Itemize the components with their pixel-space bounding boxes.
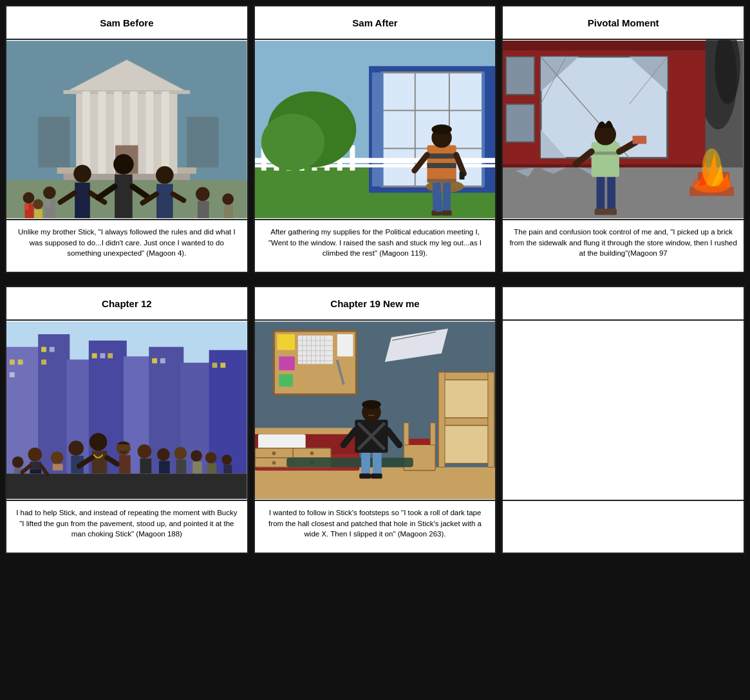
caption-sam-after: After gathering my supplies for the Poli… <box>255 220 496 272</box>
svg-rect-157 <box>140 459 151 474</box>
svg-pivotal <box>503 40 744 219</box>
svg-rect-185 <box>277 334 295 350</box>
svg-rect-204 <box>438 380 494 418</box>
svg-rect-159 <box>159 461 170 474</box>
svg-rect-126 <box>10 372 15 377</box>
svg-rect-64 <box>443 180 451 212</box>
svg-rect-133 <box>152 358 157 363</box>
svg-point-166 <box>221 455 232 465</box>
svg-rect-206 <box>438 426 494 464</box>
caption-pivotal: The pain and confusion took control of m… <box>503 220 744 272</box>
svg-rect-205 <box>438 418 494 426</box>
svg-rect-129 <box>41 359 46 364</box>
svg-rect-7 <box>82 91 90 174</box>
svg-point-61 <box>261 113 324 171</box>
svg-rect-210 <box>406 439 433 445</box>
svg-rect-107 <box>595 209 606 215</box>
svg-point-74 <box>431 124 451 135</box>
svg-rect-12 <box>162 91 169 174</box>
svg-point-156 <box>138 444 152 459</box>
svg-rect-146 <box>53 464 63 471</box>
svg-rect-8 <box>98 91 106 174</box>
svg-point-140 <box>28 448 42 462</box>
svg-point-22 <box>73 165 91 183</box>
svg-rect-109 <box>592 142 619 177</box>
cell-sam-before: Sam Before <box>5 5 248 273</box>
svg-point-104 <box>702 148 721 186</box>
svg-rect-27 <box>115 175 133 218</box>
svg-point-150 <box>89 433 108 451</box>
main-grid: Sam Before <box>5 5 745 554</box>
svg-rect-18 <box>25 203 29 210</box>
svg-point-158 <box>157 448 170 461</box>
svg-chapter19 <box>255 321 496 500</box>
svg-point-19 <box>43 186 56 199</box>
svg-rect-113 <box>633 136 647 144</box>
svg-rect-90 <box>506 57 534 95</box>
cell-empty <box>502 286 745 554</box>
svg-rect-108 <box>606 209 617 215</box>
svg-rect-131 <box>100 354 106 359</box>
svg-rect-188 <box>337 334 353 356</box>
svg-sam-after <box>255 40 496 219</box>
svg-point-160 <box>174 447 187 460</box>
image-chapter19 <box>255 321 496 501</box>
svg-point-30 <box>156 166 174 184</box>
svg-rect-105 <box>597 174 605 212</box>
svg-point-162 <box>191 450 202 462</box>
svg-rect-211 <box>404 423 409 445</box>
header-sam-before: Sam Before <box>6 6 247 40</box>
svg-rect-68 <box>427 153 456 158</box>
svg-rect-136 <box>220 363 225 368</box>
svg-rect-21 <box>46 199 50 207</box>
svg-point-16 <box>23 192 35 203</box>
svg-rect-39 <box>34 209 42 218</box>
image-empty <box>503 321 744 501</box>
svg-rect-130 <box>92 354 97 359</box>
image-pivotal <box>503 40 744 220</box>
svg-sam-before <box>6 40 247 219</box>
svg-rect-161 <box>176 460 187 474</box>
svg-rect-165 <box>207 464 217 474</box>
svg-rect-106 <box>608 174 616 212</box>
svg-rect-215 <box>373 451 382 475</box>
svg-point-145 <box>51 451 64 464</box>
svg-rect-173 <box>298 336 333 364</box>
cell-chapter19: Chapter 19 New me <box>254 286 497 554</box>
svg-rect-128 <box>50 347 55 352</box>
svg-point-147 <box>68 440 84 456</box>
svg-rect-203 <box>438 372 494 380</box>
svg-point-34 <box>196 187 210 201</box>
svg-rect-216 <box>359 473 371 478</box>
svg-chapter12 <box>6 321 247 500</box>
image-chapter12 <box>6 321 247 501</box>
svg-rect-75 <box>427 179 456 183</box>
svg-rect-134 <box>160 358 165 363</box>
svg-point-199 <box>272 451 276 455</box>
svg-rect-66 <box>442 211 452 216</box>
header-pivotal: Pivotal Moment <box>503 6 744 40</box>
svg-rect-49 <box>482 72 485 186</box>
svg-rect-132 <box>108 354 113 359</box>
svg-point-138 <box>12 457 24 468</box>
svg-rect-69 <box>427 163 456 168</box>
svg-rect-72 <box>459 172 464 180</box>
svg-rect-31 <box>156 184 173 218</box>
svg-rect-81 <box>503 41 706 50</box>
svg-rect-91 <box>506 104 534 142</box>
svg-rect-155 <box>119 455 131 474</box>
image-sam-after <box>255 40 496 220</box>
svg-rect-163 <box>192 462 202 474</box>
cell-pivotal: Pivotal Moment <box>502 5 745 273</box>
svg-point-224 <box>362 400 381 409</box>
svg-rect-127 <box>41 347 46 352</box>
svg-rect-137 <box>6 473 247 498</box>
row-gap <box>5 278 745 281</box>
svg-point-200 <box>310 451 314 455</box>
svg-rect-195 <box>255 428 359 435</box>
svg-rect-11 <box>145 91 153 174</box>
svg-point-38 <box>33 199 43 209</box>
svg-rect-213 <box>286 458 413 468</box>
svg-rect-186 <box>279 356 295 370</box>
svg-rect-135 <box>212 363 218 368</box>
